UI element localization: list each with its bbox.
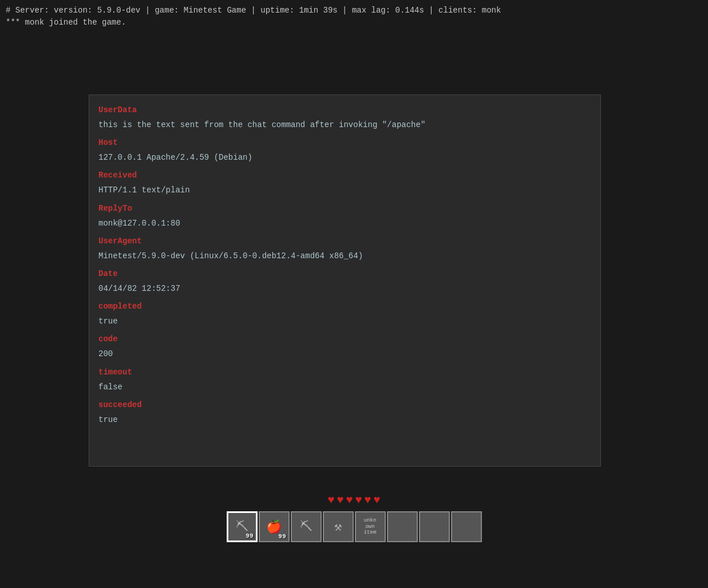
field-label-useragent: UserAgent xyxy=(98,233,591,249)
field-value-useragent: Minetest/5.9.0-dev (Linux/6.5.0-0.deb12.… xyxy=(98,249,591,263)
slot-icon-pickaxe2: ⛏ xyxy=(300,519,313,535)
hud-area: ♥♥♥♥♥♥ ⛏99🍎99⛏⚒unknownitem xyxy=(0,494,708,542)
field-label-date: Date xyxy=(98,266,591,282)
hotbar: ⛏99🍎99⛏⚒unknownitem xyxy=(227,511,482,542)
unknown-item-icon: unknownitem xyxy=(364,518,377,536)
field-label-succeeded: succeeded xyxy=(98,397,591,413)
hotbar-slot-6[interactable] xyxy=(419,511,450,542)
hotbar-slot-2[interactable]: ⛏ xyxy=(291,511,322,542)
join-message: *** monk joined the game. xyxy=(6,17,702,29)
field-value-completed: true xyxy=(98,314,591,329)
field-label-received: Received xyxy=(98,167,591,183)
main-panel: UserDatathis is the text sent from the c… xyxy=(89,94,601,467)
field-label-userdata: UserData xyxy=(98,102,591,118)
heart-2: ♥ xyxy=(346,494,353,507)
field-value-date: 04/14/82 12:52:37 xyxy=(98,282,591,296)
field-label-completed: completed xyxy=(98,298,591,314)
slot-count-0: 99 xyxy=(246,532,253,539)
heart-5: ♥ xyxy=(374,494,381,507)
field-label-replyto: ReplyTo xyxy=(98,200,591,216)
hotbar-slot-7[interactable] xyxy=(451,511,482,542)
hotbar-slot-1[interactable]: 🍎99 xyxy=(259,511,290,542)
heart-3: ♥ xyxy=(355,494,362,507)
field-value-host: 127.0.0.1 Apache/2.4.59 (Debian) xyxy=(98,151,591,165)
field-value-succeeded: true xyxy=(98,413,591,427)
slot-count-1: 99 xyxy=(278,533,286,540)
field-label-host: Host xyxy=(98,135,591,151)
hotbar-slot-4[interactable]: unknownitem xyxy=(355,511,386,542)
field-value-replyto: monk@127.0.0.1:80 xyxy=(98,216,591,231)
heart-0: ♥ xyxy=(327,494,334,507)
field-value-code: 200 xyxy=(98,347,591,361)
field-label-code: code xyxy=(98,331,591,347)
heart-1: ♥ xyxy=(337,494,343,507)
slot-icon-shovel: ⚒ xyxy=(334,519,342,535)
field-value-userdata: this is the text sent from the chat comm… xyxy=(98,118,591,132)
health-bar: ♥♥♥♥♥♥ xyxy=(327,494,380,507)
hotbar-slot-3[interactable]: ⚒ xyxy=(323,511,354,542)
header-area: # Server: version: 5.9.0-dev | game: Min… xyxy=(0,0,708,31)
hotbar-slot-0[interactable]: ⛏99 xyxy=(227,511,258,542)
field-label-timeout: timeout xyxy=(98,364,591,380)
heart-4: ♥ xyxy=(365,494,371,507)
slot-icon-apple: 🍎 xyxy=(266,519,282,535)
server-info: # Server: version: 5.9.0-dev | game: Min… xyxy=(6,5,702,17)
field-value-timeout: false xyxy=(98,380,591,394)
field-value-received: HTTP/1.1 text/plain xyxy=(98,183,591,198)
hotbar-slot-5[interactable] xyxy=(387,511,418,542)
